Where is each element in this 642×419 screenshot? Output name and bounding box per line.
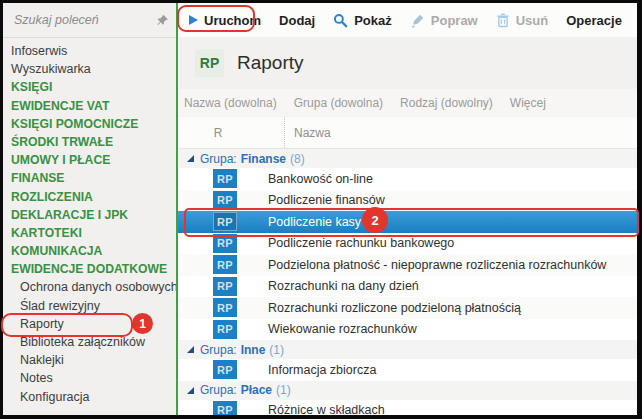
report-row-selected[interactable]: RP Podliczenie kasy bbox=[178, 211, 637, 233]
sidebar-item-srodki-trwale[interactable]: ŚRODKI TRWAŁE bbox=[3, 133, 176, 151]
report-type-badge: RP bbox=[213, 320, 237, 339]
sidebar-item-ochrona-danych[interactable]: Ochrona danych osobowych bbox=[3, 278, 176, 296]
report-name: Podliczenie kasy bbox=[265, 215, 361, 229]
delete-button[interactable]: Usuń bbox=[487, 7, 558, 33]
group-name: Inne bbox=[241, 343, 266, 357]
table-header: R Nazwa bbox=[178, 117, 637, 149]
report-name: Rozrachunki na dany dzień bbox=[265, 279, 419, 293]
group-count: (8) bbox=[290, 152, 305, 166]
filter-group[interactable]: Grupa (dowolna) bbox=[294, 96, 383, 110]
collapse-triangle-icon bbox=[187, 387, 194, 394]
report-row[interactable]: RP Podzielona płatność - niepoprawne roz… bbox=[178, 254, 637, 276]
report-type-badge: RP bbox=[213, 360, 237, 379]
group-row-finanse[interactable]: Grupa: Finanse (8) bbox=[178, 149, 637, 168]
toolbar: Uruchom Dodaj Pokaż bbox=[178, 3, 637, 37]
collapse-triangle-icon bbox=[187, 155, 194, 162]
sidebar-item-konfiguracja[interactable]: Konfiguracja bbox=[3, 388, 176, 406]
favorites-button[interactable]: Ulubione bbox=[631, 7, 637, 33]
report-name: Bankowość on-line bbox=[265, 172, 373, 186]
sidebar-item-notes[interactable]: Notes bbox=[3, 369, 176, 387]
report-name: Rozrachunki rozliczone podzieloną płatno… bbox=[265, 301, 521, 315]
group-count: (1) bbox=[276, 383, 291, 397]
report-type-badge: RP bbox=[213, 298, 237, 317]
run-button[interactable]: Uruchom bbox=[180, 7, 270, 33]
report-type-badge: RP bbox=[213, 255, 237, 274]
app-content: Infoserwis Wyszukiwarka KSIĘGI EWIDENCJE… bbox=[3, 3, 637, 415]
report-row[interactable]: RP Bankowość on-line bbox=[178, 168, 637, 190]
sidebar-item-wyszukiwarka[interactable]: Wyszukiwarka bbox=[3, 60, 176, 78]
search-input[interactable] bbox=[12, 12, 152, 28]
edit-button[interactable]: Popraw bbox=[401, 7, 487, 33]
column-header-r[interactable]: R bbox=[178, 117, 285, 148]
sidebar-item-finanse[interactable]: FINANSE bbox=[3, 169, 176, 187]
group-prefix: Grupa: bbox=[200, 383, 237, 397]
report-row[interactable]: RP Różnice w składkach bbox=[178, 400, 637, 416]
sidebar-item-umowy-i-place[interactable]: UMOWY I PŁACE bbox=[3, 151, 176, 169]
sidebar-item-raporty[interactable]: Raporty bbox=[3, 315, 176, 333]
operations-button[interactable]: Operacje bbox=[557, 7, 631, 33]
page-header: RP Raporty bbox=[178, 37, 637, 89]
page-title: Raporty bbox=[237, 52, 304, 74]
report-type-badge: RP bbox=[213, 234, 237, 253]
report-name: Informacja zbiorcza bbox=[265, 363, 376, 377]
collapse-triangle-icon bbox=[187, 346, 194, 353]
play-icon bbox=[189, 15, 198, 25]
report-type-badge: RP bbox=[213, 401, 237, 415]
group-name: Finanse bbox=[241, 152, 286, 166]
report-name: Podliczenie rachunku bankowego bbox=[265, 236, 454, 250]
command-search-row bbox=[3, 3, 176, 38]
report-name: Podzielona płatność - niepoprawne rozlic… bbox=[265, 258, 606, 272]
sidebar-item-kartoteki[interactable]: KARTOTEKI bbox=[3, 224, 176, 242]
group-row-place[interactable]: Grupa: Płace (1) bbox=[178, 381, 637, 400]
group-count: (1) bbox=[269, 343, 284, 357]
group-name: Płace bbox=[241, 383, 272, 397]
sidebar-item-deklaracje-i-jpk[interactable]: DEKLARACJE I JPK bbox=[3, 206, 176, 224]
sidebar-item-ksiegi[interactable]: KSIĘGI bbox=[3, 78, 176, 96]
run-button-label: Uruchom bbox=[204, 13, 261, 28]
sidebar-item-ewidencje-vat[interactable]: EWIDENCJE VAT bbox=[3, 97, 176, 115]
report-row[interactable]: RP Informacja zbiorcza bbox=[178, 359, 637, 381]
sidebar-item-infoserwis[interactable]: Infoserwis bbox=[3, 42, 176, 60]
report-name: Podliczenie finansów bbox=[265, 193, 385, 207]
main-panel: Uruchom Dodaj Pokaż bbox=[178, 3, 637, 415]
report-row[interactable]: RP Wiekowanie rozrachunków bbox=[178, 319, 637, 341]
report-name: Wiekowanie rozrachunków bbox=[265, 322, 417, 336]
brush-icon bbox=[410, 13, 425, 28]
sidebar: Infoserwis Wyszukiwarka KSIĘGI EWIDENCJE… bbox=[3, 3, 176, 415]
sidebar-item-slad-rewizyjny[interactable]: Ślad rewizyjny bbox=[3, 297, 176, 315]
report-row[interactable]: RP Podliczenie finansów bbox=[178, 190, 637, 212]
app-window: Infoserwis Wyszukiwarka KSIĘGI EWIDENCJE… bbox=[0, 0, 642, 419]
pin-icon[interactable] bbox=[156, 14, 169, 27]
sidebar-menu: Infoserwis Wyszukiwarka KSIĘGI EWIDENCJE… bbox=[3, 38, 176, 415]
report-type-badge: RP bbox=[213, 277, 237, 296]
sidebar-item-ewidencje-dodatkowe[interactable]: EWIDENCJE DODATKOWE bbox=[3, 260, 176, 278]
sidebar-item-rozliczenia[interactable]: ROZLICZENIA bbox=[3, 188, 176, 206]
show-button[interactable]: Pokaż bbox=[324, 7, 401, 33]
filter-more[interactable]: Więcej bbox=[510, 96, 546, 110]
edit-button-label: Popraw bbox=[431, 13, 478, 28]
report-type-badge: RP bbox=[213, 191, 237, 210]
filter-bar: Nazwa (dowolna) Grupa (dowolna) Rodzaj (… bbox=[178, 89, 637, 117]
report-type-badge: RP bbox=[213, 212, 237, 231]
operations-button-label: Operacje bbox=[566, 13, 622, 28]
filter-name[interactable]: Nazwa (dowolna) bbox=[184, 96, 277, 110]
sidebar-item-komunikacja[interactable]: KOMUNIKACJA bbox=[3, 242, 176, 260]
report-list: Grupa: Finanse (8) RP Bankowość on-line … bbox=[178, 149, 637, 415]
sidebar-item-biblioteka-zalacznikow[interactable]: Biblioteka załączników bbox=[3, 333, 176, 351]
filter-type[interactable]: Rodzaj (dowolny) bbox=[400, 96, 493, 110]
sidebar-item-naklejki[interactable]: Naklejki bbox=[3, 351, 176, 369]
column-header-name[interactable]: Nazwa bbox=[285, 126, 331, 140]
show-button-label: Pokaż bbox=[354, 13, 392, 28]
magnifier-icon bbox=[333, 13, 348, 28]
module-badge: RP bbox=[195, 49, 224, 77]
add-button-label: Dodaj bbox=[279, 13, 315, 28]
report-type-badge: RP bbox=[213, 169, 237, 188]
group-row-inne[interactable]: Grupa: Inne (1) bbox=[178, 340, 637, 359]
report-name: Różnice w składkach bbox=[265, 403, 385, 415]
report-row[interactable]: RP Podliczenie rachunku bankowego bbox=[178, 233, 637, 255]
trash-icon bbox=[496, 13, 510, 28]
report-row[interactable]: RP Rozrachunki rozliczone podzieloną pła… bbox=[178, 297, 637, 319]
sidebar-item-ksiegi-pomocnicze[interactable]: KSIĘGI POMOCNICZE bbox=[3, 115, 176, 133]
report-row[interactable]: RP Rozrachunki na dany dzień bbox=[178, 276, 637, 298]
add-button[interactable]: Dodaj bbox=[270, 7, 324, 33]
